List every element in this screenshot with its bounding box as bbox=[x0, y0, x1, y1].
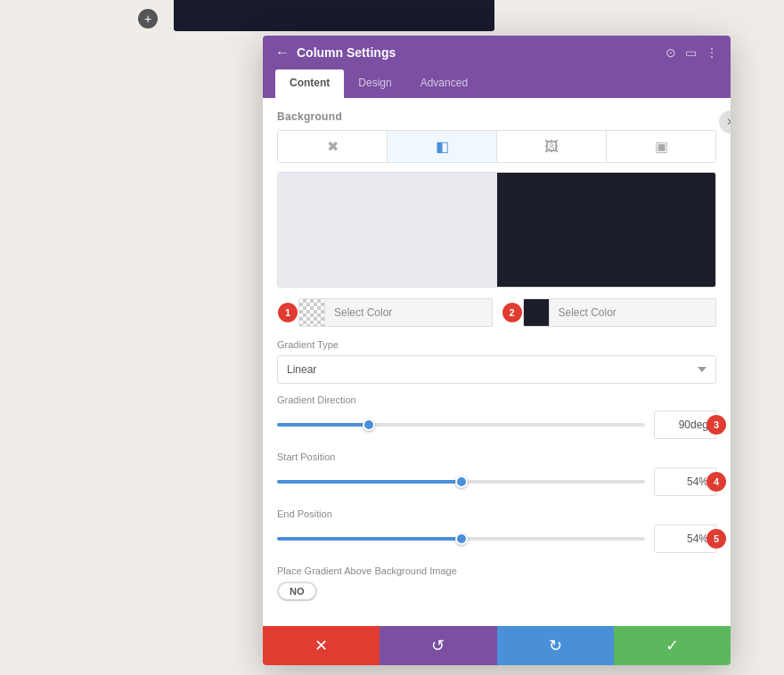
start-position-thumb[interactable] bbox=[455, 476, 468, 488]
save-button[interactable]: ✓ bbox=[614, 626, 731, 665]
end-position-row: End Position 5 bbox=[277, 508, 716, 553]
gradient-type-select[interactable]: Linear Radial Conic bbox=[277, 355, 716, 384]
end-position-value-group: 5 bbox=[654, 525, 716, 553]
cancel-icon: ✕ bbox=[314, 636, 328, 655]
reset-button[interactable]: ↺ bbox=[380, 626, 496, 665]
gradient-direction-fill bbox=[277, 423, 369, 427]
start-position-controls: 4 bbox=[277, 468, 716, 496]
modal-title: Column Settings bbox=[297, 45, 396, 60]
color-swatch-1[interactable] bbox=[298, 298, 325, 327]
start-position-fill bbox=[277, 480, 461, 484]
column-settings-modal: ← Column Settings ⊙ ▭ ⋮ Content Design A… bbox=[263, 36, 731, 665]
settings-icon[interactable]: ⊙ bbox=[666, 45, 676, 60]
place-gradient-label: Place Gradient Above Background Image bbox=[277, 565, 716, 576]
gradient-type-label: Gradient Type bbox=[277, 339, 716, 350]
more-icon[interactable]: ⋮ bbox=[706, 45, 718, 60]
save-icon: ✓ bbox=[666, 636, 679, 655]
toggle-no[interactable]: NO bbox=[279, 583, 315, 599]
canvas-topbar bbox=[174, 0, 494, 31]
start-position-value-group: 4 bbox=[654, 468, 716, 496]
end-position-label: End Position bbox=[277, 508, 716, 519]
color-preview-right bbox=[497, 173, 716, 287]
color-preview-area bbox=[277, 172, 716, 288]
tab-advanced[interactable]: Advanced bbox=[406, 69, 482, 98]
place-gradient-row: Place Gradient Above Background Image NO bbox=[277, 565, 716, 601]
start-position-label: Start Position bbox=[277, 451, 716, 462]
layout-icon[interactable]: ▭ bbox=[685, 45, 697, 60]
color-swatch-2[interactable] bbox=[523, 298, 550, 327]
gradient-direction-value-group: 3 bbox=[654, 411, 716, 439]
select-color-label-2: Select Color bbox=[559, 306, 617, 319]
gradient-direction-track[interactable] bbox=[277, 423, 645, 427]
modal-header-actions: ⊙ ▭ ⋮ bbox=[666, 45, 718, 60]
tab-content[interactable]: Content bbox=[275, 69, 344, 98]
add-button[interactable]: + bbox=[138, 9, 158, 28]
bg-type-video[interactable]: ▣ bbox=[607, 131, 715, 162]
tabs-bar: Content Design Advanced bbox=[263, 69, 731, 98]
color-preview-left bbox=[278, 173, 497, 287]
color-select-row: 1 Select Color 2 Select Color bbox=[277, 298, 716, 327]
color-select-btn-1[interactable]: Select Color bbox=[325, 298, 493, 327]
video-icon: ▣ bbox=[655, 138, 668, 155]
color-picker-1: 1 Select Color bbox=[288, 298, 493, 327]
gradient-direction-controls: 3 bbox=[277, 411, 716, 439]
none-icon: ✖ bbox=[327, 138, 339, 155]
start-position-track[interactable] bbox=[277, 480, 645, 484]
cancel-button[interactable]: ✕ bbox=[263, 626, 380, 665]
end-position-track[interactable] bbox=[277, 537, 645, 541]
modal-title-area: ← Column Settings bbox=[275, 45, 396, 61]
back-icon[interactable]: ← bbox=[275, 45, 290, 61]
modal-header: ← Column Settings ⊙ ▭ ⋮ bbox=[263, 36, 731, 69]
gradient-type-row: Gradient Type Linear Radial Conic bbox=[277, 339, 716, 384]
background-label: Background bbox=[277, 110, 716, 123]
redo-button[interactable]: ↻ bbox=[497, 626, 614, 665]
place-gradient-toggle[interactable]: NO bbox=[277, 581, 317, 601]
gradient-icon: ◧ bbox=[436, 138, 449, 155]
step-badge-1: 1 bbox=[278, 303, 298, 322]
reset-icon: ↺ bbox=[431, 636, 445, 655]
end-position-controls: 5 bbox=[277, 525, 716, 553]
image-icon: 🖼 bbox=[544, 139, 559, 155]
tab-design[interactable]: Design bbox=[344, 69, 405, 98]
plus-icon: + bbox=[144, 12, 151, 26]
step-badge-4: 4 bbox=[706, 472, 726, 492]
modal-body: Background ✖ ◧ 🖼 ▣ 1 bbox=[263, 98, 731, 626]
background-type-row: ✖ ◧ 🖼 ▣ bbox=[277, 130, 716, 163]
start-position-row: Start Position 4 bbox=[277, 451, 716, 496]
color-picker-2: 2 Select Color bbox=[512, 298, 717, 327]
end-position-thumb[interactable] bbox=[455, 533, 468, 545]
gradient-direction-row: Gradient Direction 3 bbox=[277, 394, 716, 439]
gradient-direction-thumb[interactable] bbox=[363, 419, 375, 431]
bg-type-image[interactable]: 🖼 bbox=[497, 131, 607, 162]
bg-type-none[interactable]: ✖ bbox=[278, 131, 388, 162]
modal-footer: ✕ ↺ ↻ ✓ bbox=[263, 626, 731, 665]
gradient-direction-label: Gradient Direction bbox=[277, 394, 716, 405]
step-badge-3: 3 bbox=[706, 415, 726, 435]
end-position-fill bbox=[277, 537, 461, 541]
select-color-label-1: Select Color bbox=[334, 306, 392, 319]
redo-icon: ↻ bbox=[549, 636, 562, 655]
step-badge-2: 2 bbox=[502, 303, 522, 322]
bg-type-gradient[interactable]: ◧ bbox=[388, 131, 497, 162]
color-select-btn-2[interactable]: Select Color bbox=[550, 298, 717, 327]
step-badge-5: 5 bbox=[706, 529, 726, 549]
